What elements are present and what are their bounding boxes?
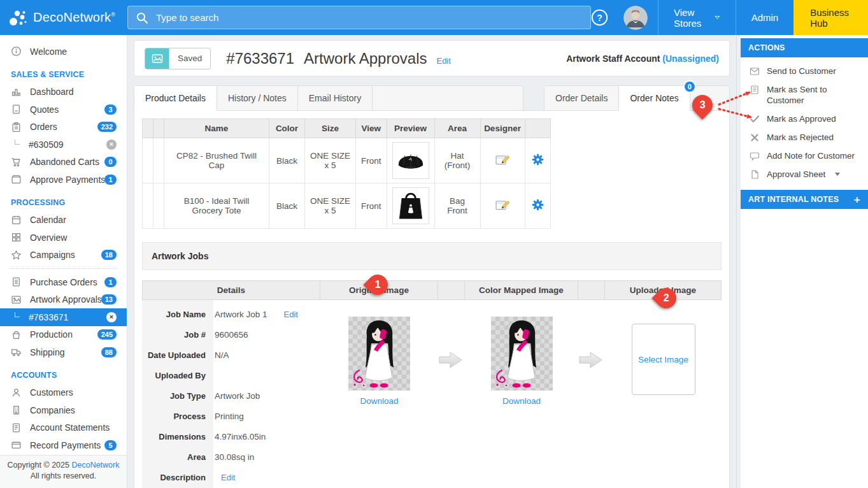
- product-row-tote: B100 - Ideal Twill Grocery Tote Black ON…: [143, 183, 551, 229]
- tab-strip-filler: [373, 86, 523, 111]
- sidebar-item-welcome[interactable]: Welcome: [0, 43, 127, 61]
- assignee-label: Artwork Staff Account: [566, 54, 660, 64]
- orders-count-badge: 232: [97, 122, 117, 132]
- envelope-icon: [750, 66, 760, 76]
- top-right-controls: ? View Stores Admin Business Hub: [591, 0, 868, 35]
- job-number-value: 9600656: [215, 330, 248, 340]
- user-avatar[interactable]: [623, 6, 648, 30]
- saved-button[interactable]: Saved: [145, 48, 211, 69]
- add-internal-note-icon[interactable]: +: [854, 194, 860, 205]
- sidebar-item-artwork-approvals[interactable]: Artwork Approvals 13: [0, 291, 127, 309]
- download-original-link[interactable]: Download: [360, 396, 398, 406]
- page-title: Artwork Approvals: [304, 50, 427, 68]
- tab-history-notes[interactable]: History / Notes: [217, 86, 298, 111]
- original-artwork-image[interactable]: [348, 317, 410, 391]
- flow-arrow-cell: [578, 300, 605, 488]
- sidebar-subitem-order-630509[interactable]: #630509 ×: [0, 136, 127, 154]
- product-view: Front: [356, 138, 387, 183]
- campaigns-count-badge: 18: [101, 250, 117, 260]
- sidebar-item-purchase-orders[interactable]: Purchase Orders 1: [0, 273, 127, 291]
- svg-text:?: ?: [597, 13, 602, 23]
- color-mapped-artwork-image[interactable]: [491, 317, 553, 391]
- arrow-right-icon: [438, 350, 464, 370]
- deconetwork-footer-link[interactable]: DecoNetwork: [71, 461, 119, 470]
- tab-order-details[interactable]: Order Details: [544, 86, 619, 111]
- admin-menu[interactable]: Admin: [736, 0, 794, 35]
- shipping-icon: [11, 347, 22, 357]
- customers-icon: [11, 387, 22, 398]
- speech-bubble-icon: [750, 151, 760, 161]
- quotes-count-badge: 3: [104, 104, 117, 115]
- product-row-cap: CP82 - Brushed Twill Cap Black ONE SIZE …: [143, 138, 551, 183]
- brand-logo[interactable]: DecoNetwork®: [0, 8, 127, 27]
- edit-job-name-link[interactable]: Edit: [284, 310, 298, 319]
- download-mapped-link[interactable]: Download: [502, 396, 541, 406]
- sidebar-item-calendar[interactable]: Calendar: [0, 212, 127, 229]
- abandoned-carts-count-badge: 0: [104, 157, 117, 167]
- product-details-panel: Name Color Size View Preview Area Design…: [134, 110, 730, 488]
- sidebar-item-campaigns[interactable]: Campaigns 18: [0, 247, 127, 264]
- assignee: Artwork Staff Account (Unassigned): [566, 54, 719, 64]
- tabs-row: Product Details History / Notes Email Hi…: [134, 85, 730, 110]
- tab-email-history[interactable]: Email History: [298, 86, 373, 111]
- products-table: Name Color Size View Preview Area Design…: [142, 118, 551, 229]
- dimensions-value: 4.97inx6.05in: [215, 432, 266, 441]
- job-name-value: Artwork Job 1: [215, 310, 267, 319]
- select-image-dropzone[interactable]: Select Image: [632, 324, 695, 395]
- close-tab-icon[interactable]: ×: [106, 140, 117, 150]
- action-add-note[interactable]: Add Note for Customer: [741, 147, 868, 165]
- sidebar-item-customers[interactable]: Customers: [0, 384, 127, 402]
- production-icon: [11, 329, 22, 340]
- record-payments-count-badge: 5: [104, 440, 117, 450]
- artwork-jobs-section-header: Artwork Jobs: [142, 242, 722, 270]
- product-color: Black: [269, 138, 305, 183]
- sidebar-item-shipping[interactable]: Shipping 88: [0, 343, 127, 361]
- help-icon[interactable]: ?: [591, 9, 608, 26]
- sidebar-item-orders[interactable]: Orders 232: [0, 118, 127, 136]
- open-designer-icon[interactable]: [495, 199, 509, 212]
- dashboard-icon: [11, 87, 22, 97]
- sidebar-item-overview[interactable]: Overview: [0, 229, 127, 247]
- artwork-approvals-count-badge: 13: [101, 294, 117, 305]
- sidebar-subitem-artwork-7633671-active[interactable]: #7633671 ×: [0, 308, 127, 326]
- actions-header: ACTIONS: [741, 38, 868, 57]
- open-designer-icon[interactable]: [495, 154, 509, 166]
- sidebar-item-quotes[interactable]: Quotes 3: [0, 101, 127, 118]
- row-settings-gear-icon[interactable]: [532, 199, 544, 211]
- abandoned-carts-icon: [11, 157, 22, 168]
- tab-product-details[interactable]: Product Details: [134, 86, 217, 111]
- edit-description-link[interactable]: Edit: [221, 473, 235, 482]
- business-hub-button[interactable]: Business Hub: [793, 0, 868, 35]
- action-mark-as-rejected[interactable]: Mark as Rejected: [741, 128, 868, 147]
- edit-title-link[interactable]: Edit: [436, 56, 450, 66]
- product-size: ONE SIZE x 5: [305, 138, 356, 183]
- campaigns-icon: [11, 250, 22, 261]
- spacer-column: [578, 280, 605, 300]
- search-input[interactable]: [127, 6, 591, 29]
- art-internal-notes-header[interactable]: ART INTERNAL NOTES +: [741, 190, 868, 209]
- order-notes-count-badge: 0: [683, 80, 696, 93]
- top-header: DecoNetwork® ? View Stores: [0, 0, 868, 35]
- assignee-value-link[interactable]: (Unassigned): [662, 54, 719, 64]
- sidebar-item-production[interactable]: Production 245: [0, 326, 127, 344]
- tote-preview-image: [392, 187, 429, 224]
- sidebar-item-companies[interactable]: Companies: [0, 401, 127, 419]
- action-approval-sheet[interactable]: Approval Sheet: [741, 165, 868, 183]
- tab-order-notes[interactable]: Order Notes 0: [619, 86, 690, 111]
- select-image-link[interactable]: Select Image: [638, 355, 688, 364]
- sidebar-item-record-payments[interactable]: Record Payments 5: [0, 436, 127, 454]
- purchase-orders-icon: [11, 276, 22, 287]
- sidebar-section-sales-service: SALES & SERVICE: [0, 61, 127, 83]
- close-tab-icon[interactable]: ×: [106, 312, 117, 322]
- sidebar-item-approve-payments[interactable]: Approve Payments 1: [0, 171, 127, 189]
- view-stores-menu[interactable]: View Stores: [658, 0, 736, 35]
- artwork-jobs-table: Details Original Image Color Mapped Imag…: [142, 280, 722, 488]
- sidebar-item-dashboard[interactable]: Dashboard: [0, 83, 127, 101]
- sidebar-item-account-statements[interactable]: Account Statements: [0, 419, 127, 437]
- main-content: Saved #7633671 Artwork Approvals Edit Ar…: [127, 35, 737, 488]
- row-settings-gear-icon[interactable]: [532, 154, 544, 166]
- action-send-to-customer[interactable]: Send to Customer: [741, 62, 868, 80]
- sidebar-item-abandoned-carts[interactable]: Abandoned Carts 0: [0, 154, 127, 171]
- settings-column: [525, 119, 550, 138]
- deconetwork-logo-icon: [8, 8, 27, 27]
